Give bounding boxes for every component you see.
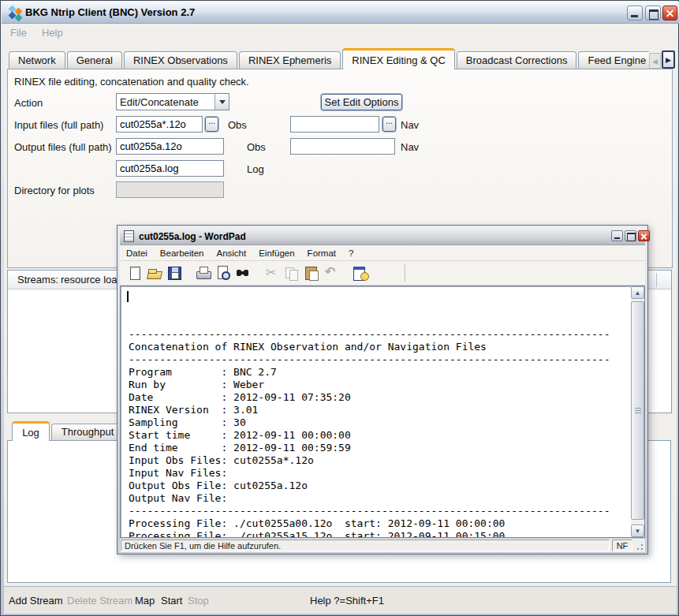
wp-menu-ansicht[interactable]: Ansicht (210, 248, 252, 258)
document-line: End time : 2012-09-11 00:59:59 (129, 442, 631, 454)
output-nav-field[interactable] (290, 138, 395, 155)
directory-plots-field (116, 181, 224, 198)
text-cursor (127, 291, 129, 302)
screen: BKG Ntrip Client (BNC) Version 2.7 File … (0, 0, 679, 616)
save-icon[interactable] (166, 264, 183, 282)
wp-menu-einfuegen[interactable]: Einfügen (252, 248, 300, 258)
scroll-down-icon[interactable]: ▼ (631, 525, 644, 537)
menubar: File Help (4, 24, 677, 42)
browse-input-obs-button[interactable]: ... (205, 117, 218, 132)
tab-scroll-right-icon[interactable]: ▶ (662, 50, 675, 69)
maximize-button[interactable] (645, 6, 661, 21)
wp-menu-format[interactable]: Format (301, 248, 342, 258)
print-preview-icon[interactable] (215, 264, 232, 282)
toolbar-separator (405, 264, 405, 282)
wordpad-title: cut0255a.log - WordPad (139, 231, 246, 242)
action-label: Action (14, 97, 43, 109)
action-combobox[interactable]: Edit/Concatenate (116, 93, 229, 110)
input-nav-field[interactable] (290, 116, 379, 133)
output-log-field[interactable] (116, 160, 224, 177)
document-content[interactable]: ----------------------------------------… (121, 286, 631, 537)
stop-button: Stop (188, 595, 209, 607)
minimize-button[interactable] (627, 6, 643, 21)
document-line: Input Obs Files: cut0255a*.12o (129, 454, 631, 467)
undo-icon[interactable] (323, 264, 340, 282)
wordpad-titlebar[interactable]: cut0255a.log - WordPad (120, 228, 645, 245)
tab-scroll-left-icon: ◀ (649, 53, 661, 69)
wordpad-maximize-button[interactable] (625, 230, 636, 241)
output-files-label: Output files (full path) (14, 141, 112, 153)
streams-label: Streams: (17, 274, 58, 286)
scrollbar-thumb[interactable] (631, 301, 644, 520)
map-button[interactable]: Map (135, 595, 155, 607)
document-line: Output Nav File: (129, 492, 631, 505)
tab-broadcast-corrections[interactable]: Broadcast Corrections (457, 51, 577, 69)
document-line: ----------------------------------------… (129, 505, 631, 517)
streams-header-value: resource loa (61, 274, 118, 286)
wordpad-text-area[interactable]: ----------------------------------------… (120, 286, 645, 538)
cut-icon[interactable] (263, 264, 281, 282)
wordpad-statusbar: Drücken Sie F1, um die Hilfe aufzurufen.… (120, 539, 645, 552)
wordpad-close-button[interactable] (638, 230, 650, 241)
paste-icon[interactable] (303, 264, 320, 282)
directory-plots-label: Directory for plots (14, 185, 95, 196)
bnc-titlebar[interactable]: BKG Ntrip Client (BNC) Version 2.7 (2, 2, 679, 24)
wordpad-toolbar (120, 261, 645, 286)
document-line: ----------------------------------------… (129, 328, 631, 341)
add-stream-button[interactable]: Add Stream (9, 595, 63, 607)
copy-icon[interactable] (283, 264, 300, 282)
output-obs-field[interactable] (116, 138, 224, 155)
browse-input-nav-button[interactable]: ... (382, 117, 396, 132)
status-message: Drücken Sie F1, um die Hilfe aufzurufen. (121, 539, 610, 551)
resize-grip[interactable] (634, 541, 644, 551)
tab-rinex-observations[interactable]: RINEX Observations (124, 51, 237, 69)
tab-bar: NetworkGeneralRINEX ObservationsRINEX Ep… (9, 47, 649, 69)
tab-log[interactable]: Log (12, 421, 50, 441)
menu-help[interactable]: Help (42, 27, 63, 39)
document-line: Run by : Weber (129, 379, 631, 391)
panel-description: RINEX file editing, concatenation and qu… (14, 76, 249, 88)
tab-rinex-ephemeris[interactable]: RINEX Ephemeris (239, 51, 341, 69)
menu-file[interactable]: File (10, 27, 27, 39)
vertical-scrollbar[interactable]: ▲ ▼ (631, 286, 644, 537)
document-line: RINEX Version : 3.01 (129, 404, 631, 416)
tab-feed-engine[interactable]: Feed Engine (578, 51, 649, 69)
set-edit-options-button[interactable]: Set Edit Options (321, 94, 402, 110)
chevron-down-icon[interactable] (215, 94, 229, 110)
document-icon (124, 230, 134, 242)
open-icon[interactable] (146, 264, 163, 282)
tab-general[interactable]: General (67, 51, 122, 69)
document-line: ----------------------------------------… (129, 353, 631, 366)
wp-menu-hilfe[interactable]: ? (342, 248, 360, 258)
document-line: Processing File: ./cut0255a00.12o start:… (129, 517, 631, 530)
new-icon[interactable] (126, 264, 144, 282)
wp-menu-bearbeiten[interactable]: Bearbeiten (154, 248, 211, 258)
obs-label-1: Obs (228, 119, 247, 131)
tab-throughput[interactable]: Throughput (51, 424, 124, 441)
delete-stream-button: Delete Stream (67, 595, 132, 607)
bottom-action-bar: Add StreamDelete StreamMapStartStop Help… (4, 586, 677, 614)
print-icon[interactable] (195, 264, 212, 282)
document-line: Sampling : 30 (129, 416, 631, 429)
document-line: Concatenation of RINEX Observation and/o… (129, 341, 631, 353)
action-combobox-value: Edit/Concatenate (120, 96, 199, 108)
tab-network[interactable]: Network (9, 51, 65, 69)
document-line: Processing File: ./cut0255a15.12o start:… (129, 530, 631, 537)
start-button[interactable]: Start (161, 595, 182, 607)
scroll-up-icon[interactable]: ▲ (631, 286, 644, 299)
input-files-label: Input files (full path) (14, 119, 103, 131)
window-title: BKG Ntrip Client (BNC) Version 2.7 (25, 6, 195, 18)
obs-label-2: Obs (247, 141, 266, 153)
column-divider (656, 273, 657, 287)
tab-rinex-editing-qc[interactable]: RINEX Editing & QC (342, 48, 455, 69)
document-line: Input Nav Files: (129, 467, 631, 480)
find-icon[interactable] (234, 264, 252, 282)
wordpad-minimize-button[interactable] (611, 230, 623, 241)
status-nf-indicator: NF (612, 539, 632, 551)
datetime-icon[interactable] (352, 264, 369, 282)
document-line: Program : BNC 2.7 (129, 366, 631, 379)
close-button[interactable] (662, 6, 677, 21)
nav-label-2: Nav (401, 141, 419, 153)
wp-menu-datei[interactable]: Datei (120, 248, 154, 258)
input-obs-field[interactable] (116, 116, 203, 133)
